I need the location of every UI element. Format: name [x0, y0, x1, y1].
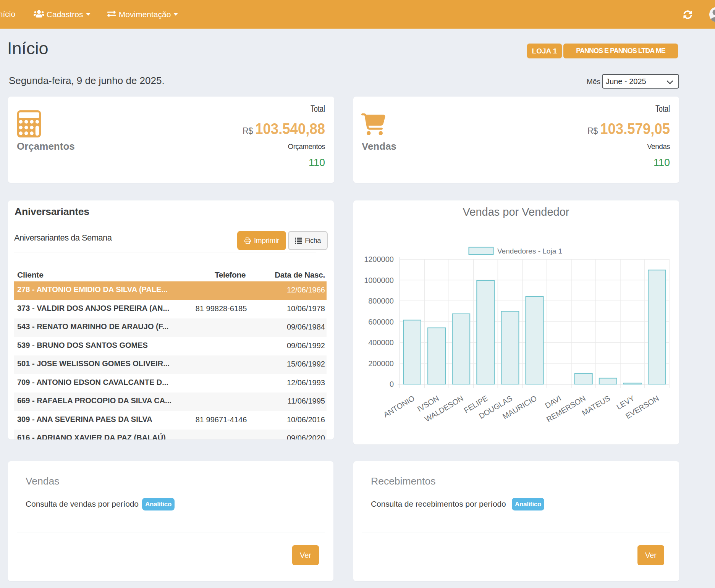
svg-text:600000: 600000	[368, 318, 394, 326]
svg-text:ANTONIO: ANTONIO	[382, 394, 416, 419]
svg-text:0: 0	[390, 380, 394, 388]
svg-text:200000: 200000	[368, 359, 394, 368]
svg-text:Vendedores - Loja 1: Vendedores - Loja 1	[497, 247, 562, 255]
svg-text:800000: 800000	[368, 297, 394, 305]
svg-text:MATEUS: MATEUS	[581, 394, 611, 417]
svg-text:Vendas por Vendedor: Vendas por Vendedor	[463, 206, 569, 218]
svg-text:1000000: 1000000	[364, 276, 394, 284]
svg-text:400000: 400000	[368, 338, 394, 347]
svg-text:1200000: 1200000	[364, 255, 394, 263]
